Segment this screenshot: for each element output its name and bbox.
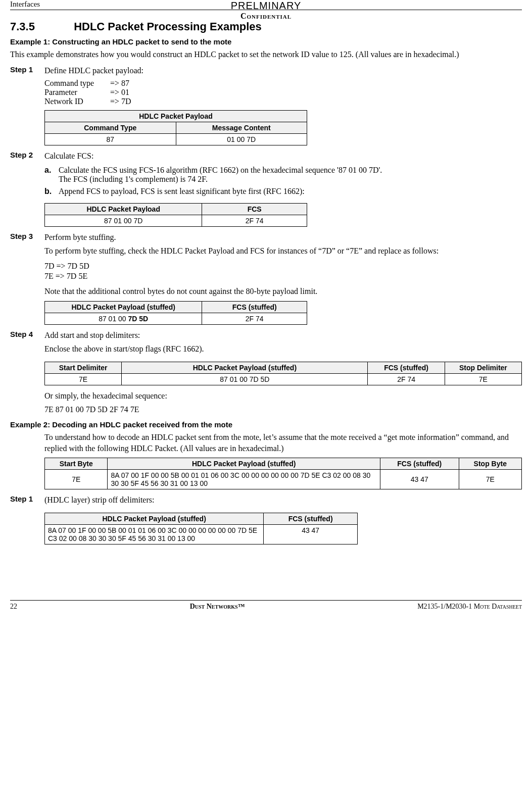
t4-h2: HDLC Packet Payload (stuffed) [122,362,368,373]
t4-h3: FCS (stuffed) [368,362,445,373]
step2-text: Calculate FCS: [44,151,522,162]
t3-h1: HDLC Packet Payload (stuffed) [45,301,202,313]
step4-table: Start Delimiter HDLC Packet Payload (stu… [44,362,522,385]
e2-c1: 7E [45,470,108,489]
footer-pagenum: 22 [10,603,17,611]
e2-h3: FCS (stuffed) [380,458,459,470]
e2-c3: 43 47 [380,470,459,489]
t4-c2: 87 01 00 7D 5D [122,373,368,385]
step4-para: Enclose the above in start/stop flags (R… [44,343,522,355]
t3-c2: 2F 74 [202,313,307,324]
t3-c1: 87 01 00 7D 5D [45,313,202,324]
e2-c4: 7E [459,470,522,489]
header-left: Interfaces [10,0,40,9]
def-k2: Network ID [44,97,110,106]
step4-label: Step 4 [10,330,44,358]
step2-b-marker: b. [44,187,59,196]
step1-text: Define HDLC packet payload: [44,65,522,76]
step4-after2: 7E 87 01 00 7D 5D 2F 74 7E [44,404,522,415]
t4-c3: 2F 74 [368,373,445,385]
step3-text: Perform byte stuffing. [44,232,522,243]
step3-table: HDLC Packet Payload (stuffed) FCS (stuff… [44,301,307,325]
t2-h1: HDLC Packet Payload [45,203,202,215]
t1b-h1: HDLC Packet Payload (stuffed) [45,513,264,524]
step1-table: HDLC Packet Payload Command Type Message… [44,110,307,145]
t1-h1: Command Type [45,122,176,134]
step2-a-marker: a. [44,166,59,184]
step3-para: To perform byte stuffing, check the HDLC… [44,245,522,257]
step1b-table: HDLC Packet Payload (stuffed) FCS (stuff… [44,513,358,544]
t1-c2: 01 00 7D [176,134,307,145]
def-k0: Command type [44,79,110,88]
def-v2: => 7D [110,97,131,106]
t2-c1: 87 01 00 7D [45,215,202,226]
example1-title: Example 1: Constructing an HDLC packet t… [10,37,522,46]
page-header: Interfaces PRELMINARY Confidential [10,0,522,10]
page-footer: 22 Dust Networks™ M2135-1/M2030-1 Mote D… [10,600,522,611]
t1b-c1: 8A 07 00 1F 00 00 5B 00 01 01 06 00 3C 0… [45,524,264,544]
footer-center: Dust Networks™ [190,603,245,611]
e2-h1: Start Byte [45,458,108,470]
footer-right: M2135-1/M2030-1 Mote Datasheet [417,603,522,611]
step2-label: Step 2 [10,151,44,199]
def-v0: => 87 [110,79,129,88]
section-heading: 7.3.5 HDLC Packet Processing Examples [10,20,522,33]
def-k1: Parameter [44,88,110,97]
step4-text: Add start and stop delimiters: [44,330,522,341]
t1-h2: Message Content [176,122,307,134]
example2-intro: To understand how to decode an HDLC pack… [44,432,522,454]
step1b-label: Step 1 [10,494,44,509]
step2-a-line2: The FCS (including 1's complement) is 74… [59,175,522,184]
step2-b-text: Append FCS to payload, FCS is sent least… [59,187,522,196]
step3-label: Step 3 [10,232,44,260]
t4-c4: 7E [445,373,521,385]
step3-sub1: 7D => 7D 5D [44,262,522,271]
header-preliminary: PRELMINARY [231,0,302,12]
example2-title: Example 2: Decoding an HDLC packet recei… [10,420,522,429]
step2-a-line1: Calculate the FCS using FCS-16 algorithm… [59,166,522,175]
section-title-text: HDLC Packet Processing Examples [74,20,262,33]
t2-c2: 2F 74 [202,215,307,226]
step1-label: Step 1 [10,65,44,107]
def-v1: => 01 [110,88,129,97]
t1-caption: HDLC Packet Payload [45,111,307,122]
t1b-c2: 43 47 [264,524,358,544]
step1b-text: (HDLC layer) strip off delimiters: [44,494,522,506]
t3-h2: FCS (stuffed) [202,301,307,313]
step2-table: HDLC Packet Payload FCS 87 01 00 7D 2F 7… [44,203,307,227]
example2-table: Start Byte HDLC Packet Payload (stuffed)… [44,458,522,489]
e2-c2: 8A 07 00 1F 00 00 5B 00 01 01 06 00 3C 0… [108,470,380,489]
section-number: 7.3.5 [10,20,71,33]
t1-c1: 87 [45,134,176,145]
t1b-h2: FCS (stuffed) [264,513,358,524]
step3-note: Note that the additional control bytes d… [44,286,522,297]
e2-h2: HDLC Packet Payload (stuffed) [108,458,380,470]
example1-intro: This example demonstrates how you would … [10,49,522,60]
t4-h4: Stop Delimiter [445,362,521,373]
e2-h4: Stop Byte [459,458,522,470]
header-confidential: Confidential [231,12,302,21]
t2-h2: FCS [202,203,307,215]
t4-c1: 7E [45,373,122,385]
t4-h1: Start Delimiter [45,362,122,373]
step3-sub2: 7E => 7D 5E [44,272,522,281]
step4-after1: Or simply, the hexadecimal sequence: [44,390,522,402]
